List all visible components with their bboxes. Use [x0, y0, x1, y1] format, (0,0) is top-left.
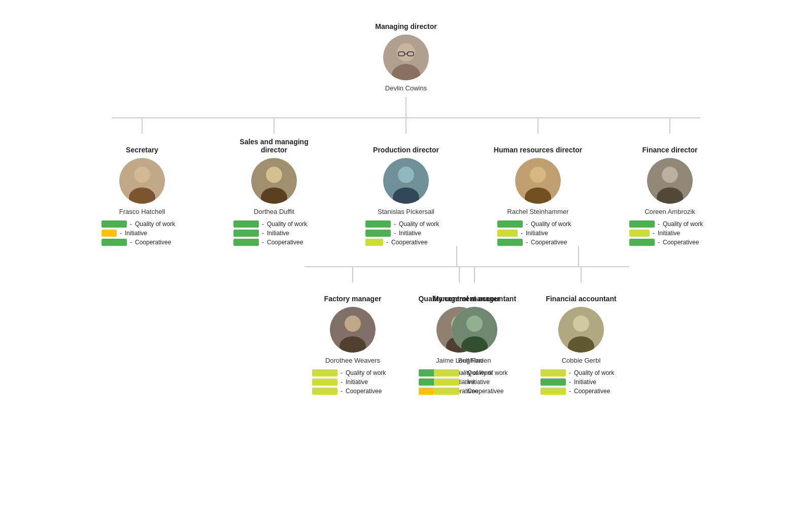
- metric-row: - Quality of work: [101, 220, 188, 228]
- v-connector: [474, 267, 475, 282]
- metric-bar: [312, 388, 337, 395]
- metric-row: - Quality of work: [497, 220, 584, 228]
- v-connector: [581, 267, 582, 282]
- level3-group: Management accountant Bell Finden- Quali…: [426, 246, 629, 395]
- person-card: Financial accountant Cobbie Gerbl- Quali…: [533, 282, 629, 395]
- metric-bar: [434, 388, 459, 395]
- child-row: Management accountant Bell Finden- Quali…: [426, 267, 629, 395]
- metric-bar: [233, 230, 259, 237]
- top-connector-down: [405, 97, 407, 117]
- metric-label: Cooperativee: [531, 239, 567, 246]
- metric-bar: [312, 378, 337, 386]
- metric-label: Cooperativee: [267, 239, 303, 246]
- metric-bar: [540, 388, 566, 395]
- person-card: Human resources director Rachel Steinham…: [490, 134, 586, 246]
- metric-row: - Initiative: [434, 378, 520, 386]
- v-connector: [274, 118, 275, 134]
- metric-bar: [312, 369, 337, 376]
- metric-bar: [497, 239, 523, 246]
- role-label: Human resources director: [494, 134, 582, 154]
- metric-row: - Quality of work: [233, 220, 320, 228]
- metric-label: Quality of work: [399, 220, 439, 228]
- level2-person-wrapper: Production director Stanislas Pickersail…: [358, 118, 454, 246]
- metric-row: - Quality of work: [540, 369, 627, 376]
- person-name: Frasco Hatchell: [119, 208, 165, 215]
- person-name: Rachel Steinhammer: [507, 208, 568, 215]
- metrics: - Quality of work- Initiative- Cooperati…: [624, 220, 716, 246]
- level2-row: Secretary Frasco Hatchell- Quality of wo…: [10, 118, 802, 246]
- metric-row: - Cooperativee: [365, 239, 452, 246]
- metric-label: Quality of work: [346, 369, 386, 376]
- metric-bar: [629, 220, 655, 228]
- person-card: Secretary Frasco Hatchell- Quality of wo…: [94, 134, 190, 246]
- metric-label: Initiative: [467, 378, 490, 386]
- metric-label: Quality of work: [135, 220, 175, 228]
- metric-label: Initiative: [574, 378, 596, 386]
- metrics: - Quality of work- Initiative- Cooperati…: [307, 369, 398, 395]
- metrics: - Quality of work- Initiative- Cooperati…: [360, 220, 452, 246]
- v-connector: [142, 118, 143, 134]
- avatar: [119, 158, 165, 204]
- metric-row: - Initiative: [497, 230, 584, 237]
- svg-point-10: [266, 167, 282, 183]
- avatar: [515, 158, 561, 204]
- metric-bar: [629, 230, 650, 237]
- metrics: - Quality of work- Initiative- Cooperati…: [429, 369, 520, 395]
- metric-bar: [434, 369, 459, 376]
- metric-row: - Initiative: [540, 378, 627, 386]
- person-name: Dorthea Duffit: [254, 208, 294, 215]
- svg-point-28: [466, 315, 483, 332]
- metric-bar: [101, 220, 127, 228]
- metrics: - Quality of work- Initiative- Cooperati…: [96, 220, 188, 246]
- metric-bar: [365, 230, 391, 237]
- top-level-section: Managing director Devlin Cowins: [363, 10, 449, 117]
- avatar: [251, 158, 297, 204]
- svg-point-31: [573, 315, 589, 332]
- person-name: Bell Finden: [458, 357, 491, 364]
- level3-container: Factory manager Dorothee Weavers- Qualit…: [114, 246, 698, 449]
- role-label: Management accountant: [433, 282, 516, 303]
- metric-row: - Cooperativee: [540, 388, 627, 395]
- level3-area: Factory manager Dorothee Weavers- Qualit…: [10, 246, 802, 449]
- top-name: Devlin Cowins: [385, 84, 427, 92]
- role-label: Finance director: [642, 134, 698, 154]
- role-label: Production director: [373, 134, 439, 154]
- metric-label: Initiative: [399, 230, 421, 237]
- metric-label: Initiative: [267, 230, 289, 237]
- metric-row: - Initiative: [312, 378, 398, 386]
- v-connector: [405, 118, 407, 134]
- svg-point-19: [662, 167, 678, 183]
- metric-label: Quality of work: [663, 220, 703, 228]
- metric-bar: [101, 230, 117, 237]
- level2-connector: Secretary Frasco Hatchell- Quality of wo…: [10, 117, 802, 246]
- metric-bar: [365, 239, 383, 246]
- metric-row: - Cooperativee: [497, 239, 584, 246]
- v-connector: [537, 118, 538, 134]
- child-wrapper: Financial accountant Cobbie Gerbl- Quali…: [533, 267, 629, 395]
- avatar: [558, 307, 604, 353]
- child-wrapper: Management accountant Bell Finden- Quali…: [426, 267, 523, 395]
- metrics: - Quality of work- Initiative- Cooperati…: [535, 369, 627, 395]
- v-down-connector: [578, 246, 579, 266]
- metric-bar: [434, 378, 459, 386]
- metric-label: Cooperativee: [391, 239, 427, 246]
- person-name: Coreen Ambrozik: [645, 208, 695, 215]
- metric-label: Initiative: [526, 230, 548, 237]
- person-card: Sales and managing director Dorthea Duff…: [226, 134, 322, 246]
- metric-row: - Cooperativee: [312, 388, 398, 395]
- metric-row: - Quality of work: [629, 220, 716, 228]
- person-name: Stanislas Pickersail: [378, 208, 434, 215]
- svg-point-22: [345, 315, 361, 332]
- avatar: [383, 158, 429, 204]
- role-label: Financial accountant: [546, 282, 616, 303]
- level2-person-wrapper: Sales and managing director Dorthea Duff…: [226, 118, 322, 246]
- svg-point-13: [398, 167, 414, 183]
- top-person-card: Managing director Devlin Cowins: [363, 10, 449, 97]
- child-wrapper: Factory manager Dorothee Weavers- Qualit…: [304, 267, 401, 395]
- metric-label: Cooperativee: [346, 388, 382, 395]
- metric-label: Initiative: [346, 378, 368, 386]
- metrics: - Quality of work- Initiative- Cooperati…: [492, 220, 584, 246]
- metric-bar: [233, 220, 259, 228]
- role-label: Secretary: [126, 134, 158, 154]
- metric-row: - Initiative: [101, 230, 188, 237]
